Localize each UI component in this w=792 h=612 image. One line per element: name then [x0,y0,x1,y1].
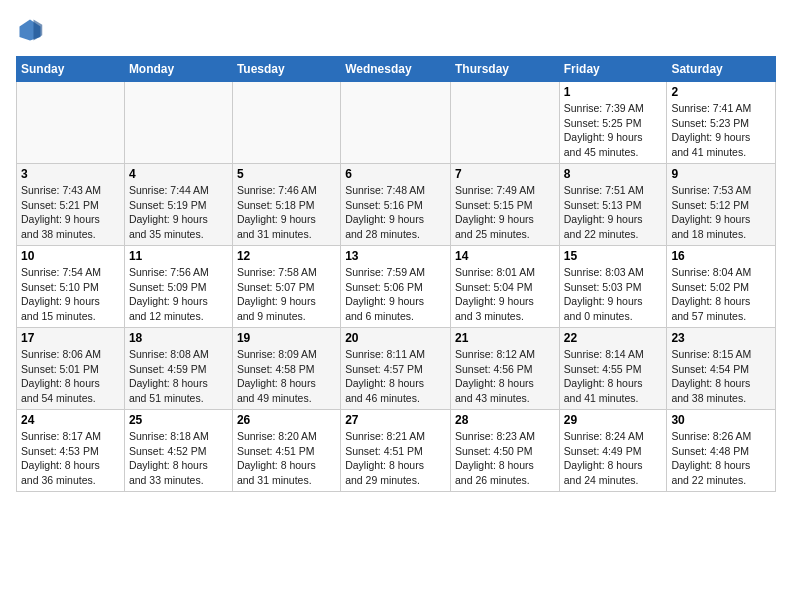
day-info: Sunrise: 7:44 AM Sunset: 5:19 PM Dayligh… [129,183,228,242]
day-info: Sunrise: 8:03 AM Sunset: 5:03 PM Dayligh… [564,265,663,324]
calendar-table: SundayMondayTuesdayWednesdayThursdayFrid… [16,56,776,492]
calendar-cell: 8Sunrise: 7:51 AM Sunset: 5:13 PM Daylig… [559,164,667,246]
day-number: 22 [564,331,663,345]
calendar-cell: 7Sunrise: 7:49 AM Sunset: 5:15 PM Daylig… [450,164,559,246]
day-info: Sunrise: 8:04 AM Sunset: 5:02 PM Dayligh… [671,265,771,324]
day-number: 25 [129,413,228,427]
page-container: SundayMondayTuesdayWednesdayThursdayFrid… [0,0,792,500]
day-info: Sunrise: 7:59 AM Sunset: 5:06 PM Dayligh… [345,265,446,324]
day-header-monday: Monday [124,57,232,82]
day-info: Sunrise: 7:53 AM Sunset: 5:12 PM Dayligh… [671,183,771,242]
calendar-cell: 4Sunrise: 7:44 AM Sunset: 5:19 PM Daylig… [124,164,232,246]
calendar-cell: 11Sunrise: 7:56 AM Sunset: 5:09 PM Dayli… [124,246,232,328]
day-number: 21 [455,331,555,345]
day-info: Sunrise: 8:09 AM Sunset: 4:58 PM Dayligh… [237,347,336,406]
calendar-cell: 17Sunrise: 8:06 AM Sunset: 5:01 PM Dayli… [17,328,125,410]
day-info: Sunrise: 7:43 AM Sunset: 5:21 PM Dayligh… [21,183,120,242]
day-info: Sunrise: 8:24 AM Sunset: 4:49 PM Dayligh… [564,429,663,488]
day-number: 9 [671,167,771,181]
day-info: Sunrise: 7:51 AM Sunset: 5:13 PM Dayligh… [564,183,663,242]
day-number: 27 [345,413,446,427]
day-number: 14 [455,249,555,263]
calendar-cell: 2Sunrise: 7:41 AM Sunset: 5:23 PM Daylig… [667,82,776,164]
day-header-saturday: Saturday [667,57,776,82]
calendar-cell [341,82,451,164]
calendar-cell: 29Sunrise: 8:24 AM Sunset: 4:49 PM Dayli… [559,410,667,492]
day-number: 26 [237,413,336,427]
calendar-cell: 30Sunrise: 8:26 AM Sunset: 4:48 PM Dayli… [667,410,776,492]
day-info: Sunrise: 8:23 AM Sunset: 4:50 PM Dayligh… [455,429,555,488]
calendar-cell: 14Sunrise: 8:01 AM Sunset: 5:04 PM Dayli… [450,246,559,328]
day-number: 11 [129,249,228,263]
day-info: Sunrise: 8:18 AM Sunset: 4:52 PM Dayligh… [129,429,228,488]
day-info: Sunrise: 8:26 AM Sunset: 4:48 PM Dayligh… [671,429,771,488]
day-info: Sunrise: 7:41 AM Sunset: 5:23 PM Dayligh… [671,101,771,160]
day-number: 29 [564,413,663,427]
day-number: 18 [129,331,228,345]
day-info: Sunrise: 7:58 AM Sunset: 5:07 PM Dayligh… [237,265,336,324]
day-info: Sunrise: 8:14 AM Sunset: 4:55 PM Dayligh… [564,347,663,406]
day-info: Sunrise: 8:01 AM Sunset: 5:04 PM Dayligh… [455,265,555,324]
calendar-cell [17,82,125,164]
calendar-cell: 28Sunrise: 8:23 AM Sunset: 4:50 PM Dayli… [450,410,559,492]
calendar-header-row: SundayMondayTuesdayWednesdayThursdayFrid… [17,57,776,82]
day-number: 16 [671,249,771,263]
day-number: 19 [237,331,336,345]
calendar-cell [450,82,559,164]
svg-marker-1 [34,20,43,41]
day-info: Sunrise: 8:17 AM Sunset: 4:53 PM Dayligh… [21,429,120,488]
day-number: 28 [455,413,555,427]
day-number: 4 [129,167,228,181]
calendar-week-1: 1Sunrise: 7:39 AM Sunset: 5:25 PM Daylig… [17,82,776,164]
calendar-week-3: 10Sunrise: 7:54 AM Sunset: 5:10 PM Dayli… [17,246,776,328]
calendar-cell: 13Sunrise: 7:59 AM Sunset: 5:06 PM Dayli… [341,246,451,328]
day-number: 5 [237,167,336,181]
day-number: 24 [21,413,120,427]
day-info: Sunrise: 7:39 AM Sunset: 5:25 PM Dayligh… [564,101,663,160]
day-number: 10 [21,249,120,263]
day-header-friday: Friday [559,57,667,82]
day-info: Sunrise: 7:49 AM Sunset: 5:15 PM Dayligh… [455,183,555,242]
day-number: 7 [455,167,555,181]
day-info: Sunrise: 8:15 AM Sunset: 4:54 PM Dayligh… [671,347,771,406]
calendar-week-2: 3Sunrise: 7:43 AM Sunset: 5:21 PM Daylig… [17,164,776,246]
calendar-week-4: 17Sunrise: 8:06 AM Sunset: 5:01 PM Dayli… [17,328,776,410]
calendar-cell: 20Sunrise: 8:11 AM Sunset: 4:57 PM Dayli… [341,328,451,410]
day-info: Sunrise: 8:11 AM Sunset: 4:57 PM Dayligh… [345,347,446,406]
day-number: 23 [671,331,771,345]
day-info: Sunrise: 7:46 AM Sunset: 5:18 PM Dayligh… [237,183,336,242]
day-info: Sunrise: 7:48 AM Sunset: 5:16 PM Dayligh… [345,183,446,242]
day-header-thursday: Thursday [450,57,559,82]
day-info: Sunrise: 8:08 AM Sunset: 4:59 PM Dayligh… [129,347,228,406]
day-info: Sunrise: 8:21 AM Sunset: 4:51 PM Dayligh… [345,429,446,488]
calendar-cell: 19Sunrise: 8:09 AM Sunset: 4:58 PM Dayli… [232,328,340,410]
calendar-cell: 10Sunrise: 7:54 AM Sunset: 5:10 PM Dayli… [17,246,125,328]
day-number: 3 [21,167,120,181]
day-number: 1 [564,85,663,99]
day-number: 13 [345,249,446,263]
calendar-cell: 25Sunrise: 8:18 AM Sunset: 4:52 PM Dayli… [124,410,232,492]
calendar-cell: 1Sunrise: 7:39 AM Sunset: 5:25 PM Daylig… [559,82,667,164]
day-header-tuesday: Tuesday [232,57,340,82]
day-number: 12 [237,249,336,263]
day-number: 15 [564,249,663,263]
day-info: Sunrise: 8:06 AM Sunset: 5:01 PM Dayligh… [21,347,120,406]
calendar-cell [124,82,232,164]
header [16,16,776,44]
logo-icon [16,16,44,44]
day-number: 6 [345,167,446,181]
day-header-wednesday: Wednesday [341,57,451,82]
day-info: Sunrise: 8:20 AM Sunset: 4:51 PM Dayligh… [237,429,336,488]
calendar-cell: 21Sunrise: 8:12 AM Sunset: 4:56 PM Dayli… [450,328,559,410]
logo [16,16,48,44]
calendar-cell: 18Sunrise: 8:08 AM Sunset: 4:59 PM Dayli… [124,328,232,410]
calendar-cell: 22Sunrise: 8:14 AM Sunset: 4:55 PM Dayli… [559,328,667,410]
calendar-cell: 27Sunrise: 8:21 AM Sunset: 4:51 PM Dayli… [341,410,451,492]
calendar-cell: 15Sunrise: 8:03 AM Sunset: 5:03 PM Dayli… [559,246,667,328]
calendar-cell [232,82,340,164]
day-number: 17 [21,331,120,345]
day-number: 8 [564,167,663,181]
calendar-cell: 12Sunrise: 7:58 AM Sunset: 5:07 PM Dayli… [232,246,340,328]
calendar-cell: 5Sunrise: 7:46 AM Sunset: 5:18 PM Daylig… [232,164,340,246]
calendar-cell: 6Sunrise: 7:48 AM Sunset: 5:16 PM Daylig… [341,164,451,246]
